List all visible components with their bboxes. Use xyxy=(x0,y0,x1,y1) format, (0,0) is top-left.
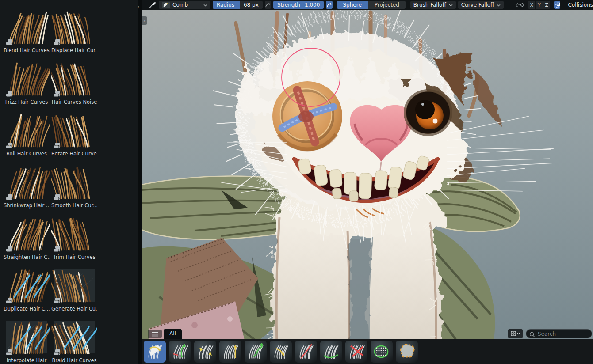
grow-brush-icon[interactable] xyxy=(320,341,342,363)
radius-pressure-toggle-icon[interactable] xyxy=(265,1,271,9)
asset-label: Displace Hair Cur... xyxy=(51,47,97,53)
asset-item-displace-hair-cur[interactable]: Displace Hair Cur... xyxy=(51,8,97,53)
asset-label: Hair Curves Noise xyxy=(51,99,97,105)
asset-badge-icon xyxy=(53,38,61,46)
curl-brush-icon[interactable] xyxy=(245,341,267,363)
symmetry-axes: X Y Z xyxy=(528,1,550,9)
asset-badge-icon xyxy=(5,296,13,304)
asset-item-roll-hair-curves[interactable]: Roll Hair Curves xyxy=(4,111,50,157)
strength-slider[interactable]: Strength 1.000 xyxy=(273,1,324,9)
brush-type-label: Comb xyxy=(172,2,188,8)
strength-value: 1.000 xyxy=(305,1,320,9)
asset-badge-icon xyxy=(53,141,61,149)
asset-label: Braid Hair Curves xyxy=(51,357,97,364)
projected-button[interactable]: Projected xyxy=(368,1,406,9)
asset-item-frizz-hair-curves[interactable]: Frizz Hair Curves xyxy=(4,60,50,105)
asset-item-trim-hair-curves[interactable]: Trim Hair Curves xyxy=(51,215,97,260)
slide-brush-icon[interactable] xyxy=(295,341,317,363)
asset-badge-icon xyxy=(5,38,13,46)
viewport-3d[interactable]: › xyxy=(142,10,593,364)
asset-item-straighten-hair-c[interactable]: Straighten Hair C... xyxy=(4,215,50,260)
tool-header: Comb Radius 68 px Strength 1.000 Sphere … xyxy=(142,0,593,10)
asset-badge-icon xyxy=(53,245,61,253)
shelf-search-area xyxy=(508,329,592,339)
radius-value: 68 px xyxy=(244,1,259,9)
falloff-shape-icon[interactable] xyxy=(554,1,560,9)
sidebar-divider xyxy=(138,0,142,364)
toolbar-expander-icon[interactable]: › xyxy=(142,16,147,25)
radius-slider[interactable]: Radius 68 px xyxy=(213,1,263,9)
search-icon xyxy=(529,331,535,339)
strength-label: Strength xyxy=(277,1,300,9)
asset-badge-icon xyxy=(5,193,13,201)
radius-label: Radius xyxy=(217,1,234,9)
asset-label: Roll Hair Curves xyxy=(4,151,50,157)
axis-z-toggle[interactable]: Z xyxy=(543,1,550,9)
asset-item-smooth-hair-cur[interactable]: Smooth Hair Cur... xyxy=(51,163,97,209)
asset-shelf-header: All xyxy=(142,329,182,339)
asset-label: Generate Hair Cu... xyxy=(51,306,97,312)
snake-hook-brush-icon[interactable] xyxy=(169,341,191,363)
asset-label: Rotate Hair Curves xyxy=(51,151,97,157)
brush-type-dropdown[interactable]: Comb xyxy=(159,1,210,9)
asset-badge-icon xyxy=(53,90,61,98)
paintbrush-icon[interactable] xyxy=(149,1,157,9)
asset-label: Trim Hair Curves xyxy=(51,254,97,260)
asset-item-shrinkwrap-hair[interactable]: Shrinkwrap Hair ... xyxy=(4,163,50,209)
puff-brush-icon[interactable] xyxy=(270,341,292,363)
asset-label: Straighten Hair C... xyxy=(4,254,50,260)
asset-badge-icon xyxy=(5,90,13,98)
length-brush-icon[interactable] xyxy=(219,341,241,363)
asset-item-hair-curves-noise[interactable]: Hair Curves Noise xyxy=(51,60,97,105)
asset-item-blend-hair-curves[interactable]: Blend Hair Curves xyxy=(4,8,50,53)
asset-item-rotate-hair-curves[interactable]: Rotate Hair Curves xyxy=(51,111,97,157)
asset-label: Smooth Hair Cur... xyxy=(51,202,97,209)
asset-badge-icon xyxy=(5,245,13,253)
axis-y-toggle[interactable]: Y xyxy=(536,1,543,9)
orange-eye xyxy=(405,91,451,135)
button-eye xyxy=(272,81,342,151)
falloff-shape-segment: Sphere Projected xyxy=(337,1,406,9)
search-input[interactable] xyxy=(526,329,592,338)
asset-label: Blend Hair Curves xyxy=(4,47,50,53)
symmetry-butterfly-icon[interactable] xyxy=(516,1,524,8)
collisions-label[interactable]: Collisions xyxy=(568,2,593,8)
asset-badge-icon xyxy=(53,296,61,304)
asset-badge-icon xyxy=(53,348,61,356)
creature-3d-scene xyxy=(142,10,593,364)
asset-badge-icon xyxy=(5,348,13,356)
asset-item-interpolate-hair[interactable]: Interpolate Hair xyxy=(4,318,50,364)
density-brush-icon[interactable] xyxy=(371,341,393,363)
comb-brush-icon[interactable] xyxy=(144,341,166,363)
asset-library-sidebar: Blend Hair Curves Displace Hair Cur... F… xyxy=(0,0,138,364)
grid-display-icon[interactable] xyxy=(508,329,523,338)
strength-pressure-toggle-icon[interactable] xyxy=(326,1,332,9)
asset-label: Duplicate Hair C... xyxy=(4,306,50,312)
asset-label: Interpolate Hair xyxy=(4,357,50,364)
axis-x-toggle[interactable]: X xyxy=(528,1,535,9)
sphere-button[interactable]: Sphere xyxy=(337,1,368,9)
asset-label: Frizz Hair Curves xyxy=(4,99,50,105)
chevron-down-icon xyxy=(449,2,453,8)
asset-item-braid-hair-curves[interactable]: Braid Hair Curves xyxy=(51,318,97,364)
brush-falloff-dropdown[interactable]: Brush Falloff xyxy=(410,1,456,9)
sidebar-collapse-arrow-icon[interactable]: ‹ xyxy=(135,4,142,11)
asset-item-generate-hair-cu[interactable]: Generate Hair Cu... xyxy=(51,266,97,312)
delete-brush-icon[interactable] xyxy=(345,341,367,363)
curve-falloff-dropdown[interactable]: Curve Falloff xyxy=(458,1,504,9)
comb-brush-mini-icon xyxy=(162,2,170,8)
asset-grid: Blend Hair Curves Displace Hair Cur... F… xyxy=(0,0,138,364)
selection-paint-brush-icon[interactable] xyxy=(396,341,418,363)
asset-label: Shrinkwrap Hair ... xyxy=(4,202,50,209)
asset-item-duplicate-hair-c[interactable]: Duplicate Hair C... xyxy=(4,266,50,312)
asset-badge-icon xyxy=(5,141,13,149)
asset-shelf-tab-all[interactable]: All xyxy=(164,329,182,339)
chevron-down-icon xyxy=(203,2,207,8)
asset-badge-icon xyxy=(53,193,61,201)
pinch-brush-icon[interactable] xyxy=(194,341,216,363)
brush-shelf xyxy=(142,339,593,364)
hamburger-menu-icon[interactable] xyxy=(148,330,162,338)
chevron-down-icon xyxy=(497,2,501,8)
